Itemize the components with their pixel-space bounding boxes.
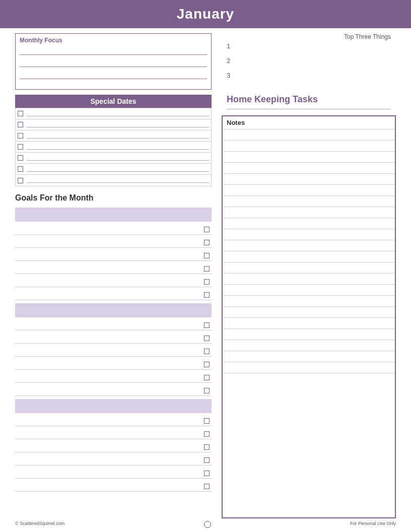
checkbox[interactable]	[204, 292, 210, 298]
checkbox[interactable]	[204, 227, 210, 232]
notes-line	[223, 274, 395, 285]
notes-lines	[223, 129, 395, 373]
checkbox[interactable]	[204, 471, 210, 476]
checkbox[interactable]	[204, 375, 210, 380]
checkbox[interactable]	[18, 133, 23, 139]
footer-left: © ScatteredSquirrel.com	[15, 521, 64, 528]
goal-row	[15, 429, 212, 439]
checkbox[interactable]	[18, 166, 23, 172]
notes-line	[223, 340, 395, 351]
goal-row	[15, 455, 212, 466]
goal-row	[15, 290, 212, 300]
checkbox[interactable]	[204, 362, 210, 367]
notes-box: Notes	[222, 115, 396, 518]
notes-line	[223, 351, 395, 362]
goal-row	[15, 442, 212, 452]
goal-row	[15, 264, 212, 274]
notes-line	[223, 129, 395, 141]
numbered-list: 1 2 3	[222, 42, 396, 79]
checkbox[interactable]	[204, 418, 210, 424]
home-keeping-section: Home Keeping Tasks	[222, 90, 396, 109]
checkbox[interactable]	[204, 322, 210, 328]
page-header: January	[0, 0, 411, 28]
top-three-label: Top Three Things	[222, 33, 391, 40]
goals-title: Goals For the Month	[15, 193, 212, 203]
notes-line	[223, 229, 395, 240]
special-date-row	[16, 119, 211, 130]
special-dates-box	[15, 108, 212, 186]
goal-row	[15, 334, 212, 344]
goals-category-1	[15, 208, 212, 222]
goal-row	[15, 238, 212, 248]
checkbox[interactable]	[204, 349, 210, 354]
right-column: Top Three Things 1 2 3 Home Keeping Task…	[222, 33, 396, 518]
goals-category-3	[15, 399, 212, 413]
checkbox[interactable]	[18, 155, 23, 161]
notes-line	[223, 329, 395, 340]
page: January Monthly Focus Special Dates	[0, 0, 411, 532]
notes-line	[223, 207, 395, 218]
footer: © ScatteredSquirrel.com For Personal Use…	[0, 521, 411, 528]
checkbox[interactable]	[18, 111, 23, 116]
goal-row	[15, 251, 212, 261]
hk-divider	[227, 109, 391, 109]
goal-row	[15, 386, 212, 396]
goals-category-2	[15, 303, 212, 317]
goal-row	[15, 360, 212, 370]
goal-row	[15, 373, 212, 383]
focus-line-3	[20, 72, 207, 79]
notes-header: Notes	[223, 116, 395, 129]
focus-line-1	[20, 48, 207, 55]
special-date-row	[16, 130, 211, 142]
notes-line	[223, 251, 395, 262]
monthly-focus-title: Monthly Focus	[20, 37, 207, 44]
checkbox[interactable]	[204, 444, 210, 450]
checkbox[interactable]	[204, 253, 210, 258]
checkbox[interactable]	[18, 144, 23, 150]
checkbox[interactable]	[204, 279, 210, 285]
notes-line	[223, 262, 395, 274]
focus-line-2	[20, 60, 207, 67]
checkbox[interactable]	[204, 431, 210, 437]
notes-line	[223, 163, 395, 174]
checkbox[interactable]	[204, 484, 210, 489]
numbered-item-1: 1	[227, 42, 396, 50]
notes-line	[223, 240, 395, 251]
special-date-row	[16, 108, 211, 119]
main-content: Monthly Focus Special Dates	[0, 28, 411, 521]
notes-line	[223, 152, 395, 163]
notes-line	[223, 296, 395, 307]
checkbox[interactable]	[204, 336, 210, 341]
notes-line	[223, 196, 395, 207]
notes-line	[223, 218, 395, 229]
special-date-row	[16, 142, 211, 153]
goal-row	[15, 482, 212, 492]
goal-row	[15, 347, 212, 357]
goal-row	[15, 277, 212, 287]
notes-line	[223, 285, 395, 296]
special-dates-header: Special Dates	[15, 95, 212, 108]
footer-right: For Personal Use Only	[350, 521, 396, 528]
numbered-item-3: 3	[227, 72, 396, 79]
special-date-row	[16, 153, 211, 164]
checkbox[interactable]	[204, 266, 210, 272]
month-title: January	[177, 6, 234, 22]
checkbox[interactable]	[204, 388, 210, 393]
notes-line	[223, 307, 395, 318]
checkbox[interactable]	[204, 240, 210, 245]
footer-circle	[204, 521, 211, 528]
goal-row	[15, 320, 212, 330]
goals-section: Goals For the Month	[15, 191, 212, 492]
checkbox[interactable]	[18, 122, 23, 127]
notes-line	[223, 141, 395, 152]
top-three-section: Top Three Things 1 2 3	[222, 33, 396, 86]
goal-row	[15, 416, 212, 426]
checkbox[interactable]	[204, 457, 210, 463]
special-date-row	[16, 164, 211, 175]
home-keeping-title: Home Keeping Tasks	[227, 94, 396, 105]
notes-line	[223, 185, 395, 196]
left-column: Monthly Focus Special Dates	[15, 33, 212, 518]
notes-line	[223, 174, 395, 185]
numbered-item-2: 2	[227, 57, 396, 64]
checkbox[interactable]	[18, 178, 23, 183]
